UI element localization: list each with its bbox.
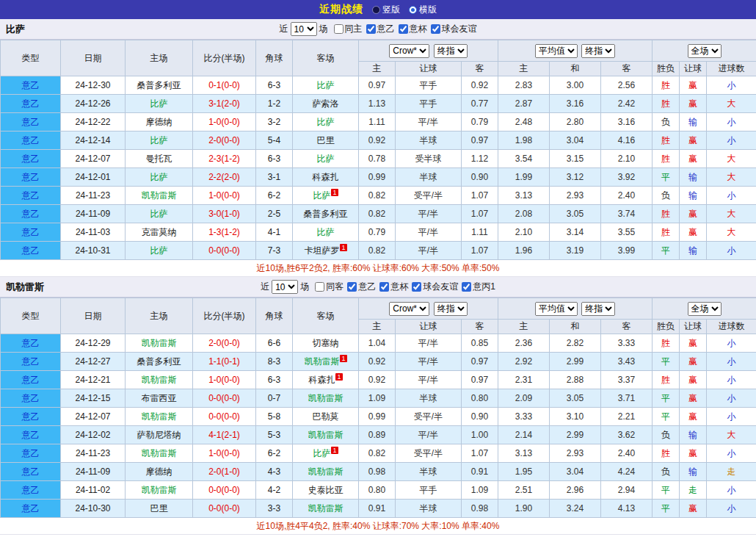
odds-handicap: 半球 — [396, 168, 462, 187]
team-name-link[interactable]: 卡坦萨罗 — [304, 245, 339, 256]
league-type: 意乙 — [1, 95, 61, 113]
match-date: 24-12-22 — [61, 113, 126, 131]
team-name-link[interactable]: 布雷西亚 — [142, 393, 177, 403]
team-name-link[interactable]: 比萨 — [317, 227, 335, 237]
odds-handicap: 平/半 — [396, 242, 462, 260]
team-name-link[interactable]: 比萨 — [317, 80, 335, 90]
filter-checkbox-label: 意杯 — [410, 23, 427, 35]
team-name-link[interactable]: 比萨 — [150, 98, 168, 109]
filter-checkbox-item[interactable]: 意乙 — [366, 23, 395, 35]
team-name-link[interactable]: 凯勒雷斯 — [308, 393, 344, 403]
match-count-select[interactable]: 10 — [291, 22, 317, 36]
average-odds-select[interactable]: 平均值 — [535, 44, 578, 58]
team-name-link[interactable]: 克雷莫纳 — [142, 227, 177, 237]
odds-home: 0.98 — [359, 463, 396, 481]
filter-checkbox[interactable] — [399, 24, 408, 34]
scope-select[interactable]: 全场 — [688, 302, 722, 316]
radio-icon[interactable] — [409, 6, 417, 14]
team-name-link[interactable]: 萨索洛 — [313, 98, 339, 109]
team-name-link[interactable]: 比萨 — [150, 245, 168, 256]
team-name-link[interactable]: 比萨 — [317, 154, 335, 164]
europe-stage-select[interactable]: 终指 — [581, 44, 615, 58]
europe-odds-group-header: 平均值 终指 — [498, 298, 653, 320]
team-name-link[interactable]: 比萨 — [317, 117, 335, 127]
filter-checkbox-label: 意乙 — [358, 281, 376, 293]
team-name-link[interactable]: 凯勒雷斯 — [308, 430, 344, 440]
filter-checkbox-item[interactable]: 意杯 — [379, 281, 408, 293]
filter-checkbox-item[interactable]: 球会友谊 — [412, 281, 458, 293]
subcol-outcome: 胜负 — [653, 62, 680, 76]
subcol-avg-draw: 和 — [550, 62, 601, 76]
filter-checkbox[interactable] — [379, 282, 389, 292]
team-name-link[interactable]: 切塞纳 — [313, 338, 339, 348]
team-name-link[interactable]: 巴勒莫 — [313, 411, 339, 422]
home-team: 凯勒雷斯 — [126, 371, 193, 389]
subcol-handicap-res: 让球 — [680, 62, 707, 76]
corner-score: 1-2 — [256, 95, 293, 113]
odds-home: 0.92 — [359, 371, 396, 389]
team-name-link[interactable]: 曼托瓦 — [146, 154, 172, 164]
europe-stage-select[interactable]: 终指 — [581, 302, 615, 316]
filter-checkbox-item[interactable]: 意杯 — [399, 23, 427, 35]
team-name-link[interactable]: 史泰比亚 — [308, 485, 344, 495]
bookmaker-select[interactable]: Crow* — [389, 302, 429, 316]
layout-radio-option[interactable]: 竖版 — [372, 4, 400, 16]
team-name-link[interactable]: 巴里 — [150, 503, 168, 513]
scope-select[interactable]: 全场 — [688, 44, 722, 58]
match-date: 24-12-02 — [61, 426, 126, 444]
bookmaker-select[interactable]: Crow* — [389, 44, 429, 58]
team-name-link[interactable]: 凯勒雷斯 — [308, 503, 344, 513]
team-name-link[interactable]: 凯勒雷斯 — [142, 485, 177, 495]
filter-checkbox[interactable] — [315, 282, 324, 292]
team-name-link[interactable]: 比萨 — [150, 135, 168, 145]
handicap-stage-select[interactable]: 终指 — [434, 302, 468, 316]
filter-checkbox-item[interactable]: 球会友谊 — [431, 23, 477, 35]
filter-checkbox[interactable] — [366, 24, 376, 34]
team-name-link[interactable]: 巴里 — [317, 135, 335, 145]
corner-score: 6-2 — [256, 444, 293, 463]
team-name-link[interactable]: 摩德纳 — [146, 117, 172, 127]
filter-checkbox-label: 球会友谊 — [423, 281, 458, 293]
team-name-link[interactable]: 桑普多利亚 — [304, 209, 348, 219]
team-name-link[interactable]: 比萨 — [313, 190, 330, 201]
handicap-stage-select[interactable]: 终指 — [434, 44, 468, 58]
team-name-link[interactable]: 科森扎 — [308, 375, 335, 385]
team-name-link[interactable]: 凯勒雷斯 — [142, 338, 177, 348]
filter-checkbox[interactable] — [431, 24, 440, 34]
team-name-link[interactable]: 比萨 — [313, 448, 330, 458]
odds-away: 0.97 — [462, 371, 498, 389]
filter-checkbox-item[interactable]: 意乙 — [347, 281, 376, 293]
radio-icon[interactable] — [372, 6, 380, 14]
filter-prefix-label: 近 — [280, 23, 288, 35]
match-count-select[interactable]: 10 — [272, 280, 298, 294]
filter-checkbox[interactable] — [334, 24, 344, 34]
team-name-link[interactable]: 比萨 — [150, 172, 168, 182]
average-odds-select[interactable]: 平均值 — [535, 302, 578, 316]
filter-checkbox[interactable] — [462, 282, 471, 292]
match-date: 24-12-26 — [61, 95, 126, 113]
result-outcome: 胜 — [653, 131, 680, 150]
team-name-link[interactable]: 凯勒雷斯 — [142, 448, 177, 458]
team-name-link[interactable]: 凯勒雷斯 — [142, 190, 177, 201]
team-name-link[interactable]: 比萨 — [150, 209, 168, 219]
team-name-link[interactable]: 凯勒雷斯 — [142, 411, 177, 422]
team-name-link[interactable]: 凯勒雷斯 — [304, 356, 339, 367]
result-goals: 走 — [707, 463, 756, 481]
odds-home: 0.78 — [359, 150, 396, 168]
layout-radio-option[interactable]: 横版 — [409, 4, 437, 16]
filter-checkbox[interactable] — [412, 282, 421, 292]
filter-checkbox[interactable] — [347, 282, 357, 292]
result-group-header: 全场 — [653, 40, 756, 62]
team-name-link[interactable]: 桑普多利亚 — [137, 80, 181, 90]
team-name-link[interactable]: 摩德纳 — [146, 466, 172, 477]
team-name-link[interactable]: 科森扎 — [313, 172, 339, 182]
team-name-link[interactable]: 萨勒尼塔纳 — [137, 430, 181, 440]
team-name-link[interactable]: 凯勒雷斯 — [308, 466, 344, 477]
filter-checkbox-item[interactable]: 同客 — [315, 281, 344, 293]
team-name-link[interactable]: 桑普多利亚 — [137, 356, 181, 367]
filter-checkbox-item[interactable]: 同主 — [334, 23, 363, 35]
odds-home: 0.92 — [359, 353, 396, 371]
result-handicap: 赢 — [680, 371, 707, 389]
team-name-link[interactable]: 凯勒雷斯 — [142, 375, 177, 385]
filter-checkbox-item[interactable]: 意丙1 — [462, 281, 495, 293]
